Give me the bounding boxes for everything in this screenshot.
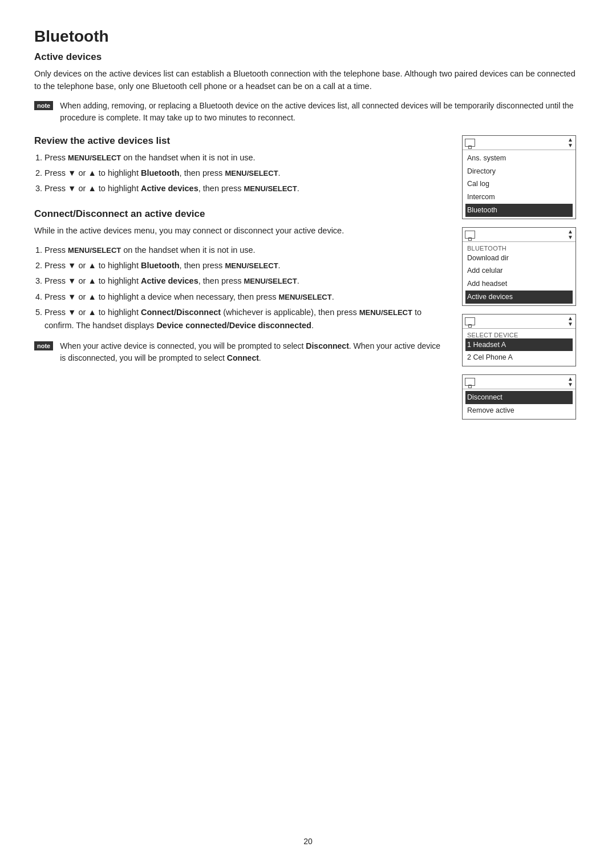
screen1-item-dir: Directory <box>465 165 573 178</box>
review-steps-list: Press MENU/SELECT on the handset when it… <box>44 151 445 196</box>
review-step-2: Press ▼ or ▲ to highlight Bluetooth, the… <box>44 167 445 180</box>
review-section: Review the active devices list Press MEN… <box>34 135 445 196</box>
cd-step-5: Press ▼ or ▲ to highlight Connect/Discon… <box>44 306 445 332</box>
review-heading: Review the active devices list <box>34 135 445 147</box>
screen3-item-headset: 1 Headset A <box>465 338 573 352</box>
connect-disconnect-heading: Connect/Disconnect an active device <box>34 208 445 220</box>
review-step-3: Press ▼ or ▲ to highlight Active devices… <box>44 182 445 195</box>
screen1-scroll-arrows: ▲ ▼ <box>568 137 573 148</box>
cd-step-4: Press ▼ or ▲ to highlight a device when … <box>44 291 445 304</box>
screen2-body: BLUETOOTH Download dir Add celular Add h… <box>463 242 576 305</box>
screen3-header: ▲ ▼ <box>463 314 576 329</box>
screen2-header: ▲ ▼ <box>463 228 576 242</box>
screen1-body: Ans. system Directory Cal log Intercom B… <box>463 150 576 219</box>
cd-step-2: Press ▼ or ▲ to highlight Bluetooth, the… <box>44 259 445 272</box>
review-step-1: Press MENU/SELECT on the handset when it… <box>44 151 445 164</box>
note-text-2: When your active device is connected, yo… <box>60 340 445 364</box>
note-box-2: note When your active device is connecte… <box>34 340 445 364</box>
screen2-item-addheadset: Add headset <box>465 277 573 291</box>
screen1-item-intercom: Intercom <box>465 191 573 204</box>
device-screen-2: ▲ ▼ BLUETOOTH Download dir Add celular A… <box>462 227 576 306</box>
screen2-item-activedev: Active devices <box>465 291 573 304</box>
menu-select-label-r1: MENU/SELECT <box>68 154 121 162</box>
screen2-phone-icon <box>465 231 475 239</box>
screen4-item-disconnect: Disconnect <box>465 391 573 404</box>
device-screen-3: ▲ ▼ SELECT DEVICE 1 Headset A 2 Cel Phon… <box>462 314 576 367</box>
screen1-item-callog: Cal log <box>465 178 573 191</box>
screen1-item-ans: Ans. system <box>465 152 573 165</box>
connect-disconnect-steps: Press MENU/SELECT on the handset when it… <box>44 244 445 332</box>
screen4-phone-icon <box>465 378 475 386</box>
device-screen-1: ▲ ▼ Ans. system Directory Cal log Interc… <box>462 135 576 219</box>
screen3-phone-icon <box>465 317 475 325</box>
screen2-item-addcel: Add celular <box>465 264 573 277</box>
screen3-scroll-arrows: ▲ ▼ <box>568 316 573 327</box>
screen3-item-celphone: 2 Cel Phone A <box>465 351 573 364</box>
two-column-layout: Review the active devices list Press MEN… <box>34 135 582 420</box>
screen4-item-removeactive: Remove active <box>465 404 573 417</box>
left-column: Review the active devices list Press MEN… <box>34 135 445 377</box>
page-number: 20 <box>0 837 616 846</box>
screen4-header: ▲ ▼ <box>463 375 576 389</box>
screen2-item-download: Download dir <box>465 252 573 265</box>
note-text-1: When adding, removing, or replacing a Bl… <box>60 100 582 124</box>
screen1-item-bluetooth: Bluetooth <box>465 204 573 217</box>
active-devices-heading: Active devices <box>34 51 582 63</box>
screen4-scroll-arrows: ▲ ▼ <box>568 376 573 388</box>
note-label-2: note <box>34 341 53 350</box>
connect-disconnect-intro: While in the active devices menu, you ma… <box>34 224 445 237</box>
connect-disconnect-section: Connect/Disconnect an active device Whil… <box>34 208 445 365</box>
screen1-header: ▲ ▼ <box>463 136 576 150</box>
active-devices-section: Active devices Only devices on the activ… <box>34 51 582 124</box>
screen4-body: Disconnect Remove active <box>463 389 576 419</box>
cd-step-1: Press MENU/SELECT on the handset when it… <box>44 244 445 257</box>
note-label-1: note <box>34 101 53 110</box>
right-column: ▲ ▼ Ans. system Directory Cal log Interc… <box>462 135 582 420</box>
screen3-body: SELECT DEVICE 1 Headset A 2 Cel Phone A <box>463 329 576 366</box>
note-box-1: note When adding, removing, or replacing… <box>34 100 582 124</box>
cd-step-3: Press ▼ or ▲ to highlight Active devices… <box>44 275 445 288</box>
screen2-label: BLUETOOTH <box>465 244 573 252</box>
page-title: Bluetooth <box>34 27 582 46</box>
screen3-label: SELECT DEVICE <box>465 330 573 338</box>
device-screen-4: ▲ ▼ Disconnect Remove active <box>462 374 576 420</box>
screen2-scroll-arrows: ▲ ▼ <box>568 229 573 240</box>
active-devices-paragraph: Only devices on the active devices list … <box>34 67 582 93</box>
screen1-phone-icon <box>465 139 475 147</box>
